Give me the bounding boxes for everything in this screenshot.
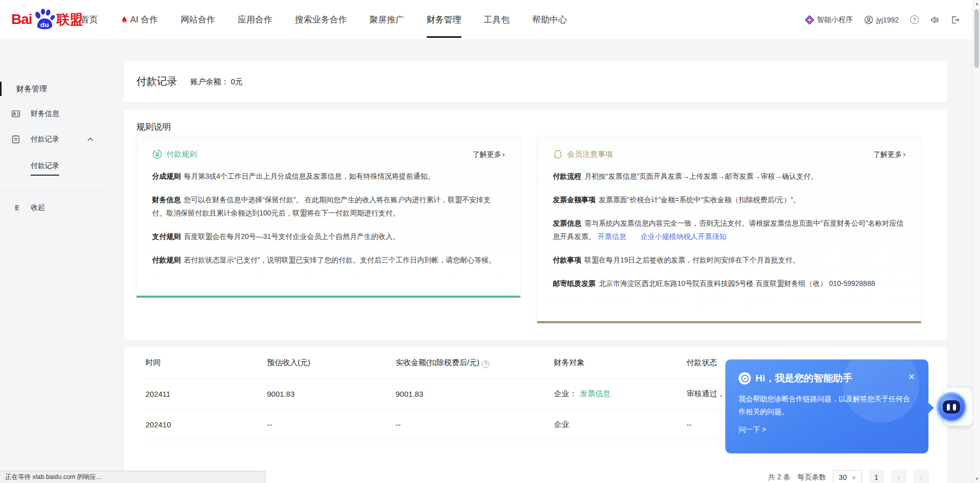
- robot-face-icon: [943, 400, 960, 414]
- cell-time: 202410: [145, 420, 267, 429]
- sidebar-title: 财务管理: [16, 84, 47, 94]
- nav-home[interactable]: 首页: [81, 11, 98, 29]
- balance-value: 0元: [231, 77, 242, 86]
- finance-object-label: 企业：: [554, 389, 577, 398]
- rule-text: 联盟在每月19日之后签收的发票，付款时间安排在下个月首批支付。: [584, 256, 800, 264]
- chevron-right-icon: ›: [502, 150, 505, 158]
- main-nav: 首页 AI 合作 网站合作 应用合作 搜索业务合作 聚屏推广 财务管理 工具包 …: [81, 0, 567, 39]
- smart-miniprogram-link[interactable]: 智能小程序: [805, 15, 853, 25]
- cell-actual: --: [396, 420, 554, 429]
- rules-card: 规则说明 付款规则 了解更多› 分成规则每月第3或4个工作日产出上月分成信息及发…: [124, 110, 947, 340]
- chevron-right-icon: ›: [903, 150, 905, 158]
- nav-toolkit[interactable]: 工具包: [484, 11, 510, 29]
- baidu-union-logo[interactable]: Bai du 联盟: [11, 8, 83, 30]
- rule-item: 分成规则每月第3或4个工作日产出上月分成信息及发票信息，如有特殊情况将提前通知。: [152, 170, 505, 183]
- next-page-button[interactable]: ›: [914, 470, 929, 483]
- scrollbar-thumb[interactable]: [974, 9, 979, 68]
- rule-term: 财务信息: [152, 196, 181, 204]
- nav-app-cooperation[interactable]: 应用合作: [238, 11, 273, 29]
- payment-rules-more-link[interactable]: 了解更多›: [473, 150, 505, 159]
- rule-term: 发票金额事项: [553, 196, 596, 204]
- sidebar-payment-records-label: 付款记录: [31, 135, 59, 144]
- actual-amount-help-icon[interactable]: ?: [482, 360, 489, 368]
- nav-ai-label: AI 合作: [130, 14, 158, 26]
- sidebar-finance-info-label: 财务信息: [31, 109, 59, 118]
- help-icon[interactable]: ?: [910, 15, 919, 24]
- rule-text: 月初按“发票信息”页面开具发票→上传发票→邮寄发票→审核→确认支付。: [584, 172, 818, 180]
- page-number-button[interactable]: 1: [869, 470, 884, 483]
- rule-term: 邮寄纸质发票: [553, 279, 596, 287]
- username-label: jyj1992: [876, 16, 899, 24]
- sound-icon[interactable]: [930, 15, 939, 25]
- sidebar-active-indicator: [0, 82, 2, 96]
- logout-icon[interactable]: [950, 15, 960, 25]
- yen-circle-icon: [152, 149, 162, 159]
- logo-text-bai: Bai: [11, 9, 32, 30]
- prev-page-button[interactable]: ‹: [891, 470, 906, 483]
- invoice-info-table-link[interactable]: 发票信息: [580, 389, 610, 398]
- rule-term: 付款事项: [553, 256, 581, 264]
- flame-icon: [120, 15, 128, 25]
- member-notes-box: 会员注意事项 了解更多› 付款流程月初按“发票信息”页面开具发票→上传发票→邮寄…: [537, 136, 921, 323]
- user-account[interactable]: jyj1992: [864, 15, 899, 25]
- scrollbar-down-arrow[interactable]: ▼: [973, 476, 980, 481]
- assistant-robot-avatar[interactable]: [937, 392, 966, 422]
- svg-text:du: du: [40, 21, 49, 29]
- robot-eye: [947, 404, 950, 410]
- rules-section-title: 规则说明: [136, 121, 171, 133]
- rule-text: 若付款状态显示“已支付”，说明联盟已安排了您的付款。支付后三个工作日内到帐，请您…: [184, 256, 496, 264]
- rule-text: 北京市海淀区西北旺东路10号院百度科技园5号楼 百度联盟财务组（收） 010-5…: [599, 279, 875, 287]
- bell-icon: [553, 149, 563, 159]
- nav-screen-promotion[interactable]: 聚屏推广: [370, 11, 404, 29]
- logo-text-union: 联盟: [57, 9, 83, 30]
- nav-ai-cooperation[interactable]: AI 合作: [120, 11, 158, 29]
- nav-search-cooperation[interactable]: 搜索业务合作: [295, 11, 347, 29]
- payment-rules-more-label: 了解更多: [473, 150, 501, 158]
- cell-finance-object: 企业: [554, 420, 687, 429]
- rule-text: 每月第3或4个工作日产出上月分成信息及发票信息，如有特殊情况将提前通知。: [184, 172, 435, 180]
- member-notes-title-row: 会员注意事项: [553, 149, 613, 159]
- rule-term: 支付规则: [152, 232, 181, 240]
- rule-item: 发票信息需与系统内发票信息内容完全一致，否则无法支付。请根据发票信息页面中“百度…: [553, 216, 905, 243]
- chevron-down-icon: ∨: [852, 474, 856, 481]
- sidebar-collapse-button[interactable]: 收起: [0, 199, 113, 217]
- sidebar-item-finance-info[interactable]: 财务信息: [0, 105, 113, 123]
- payment-rules-title: 付款规则: [166, 150, 197, 159]
- screen: Bai du 联盟 首页 AI 合作 网站合作 应用合作 搜索: [0, 0, 980, 483]
- rule-item: 邮寄纸质发票北京市海淀区西北旺东路10号院百度科技园5号楼 百度联盟财务组（收）…: [553, 277, 905, 290]
- nav-help-center[interactable]: 帮助中心: [532, 11, 567, 29]
- payment-records-icon: [11, 135, 20, 144]
- compass-icon: [739, 372, 751, 384]
- balance-label: 账户余额：: [190, 77, 229, 86]
- per-page-select[interactable]: 30∨: [833, 470, 862, 483]
- payment-rules-box: 付款规则 了解更多› 分成规则每月第3或4个工作日产出上月分成信息及发票信息，如…: [136, 136, 521, 298]
- rule-term: 付款流程: [553, 172, 581, 180]
- page-header-card: 付款记录 账户余额： 0元: [124, 61, 947, 102]
- col-header-time: 时间: [145, 358, 267, 368]
- collapse-icon: [11, 203, 20, 212]
- sidebar-collapse-label: 收起: [31, 203, 45, 212]
- sidebar-divider: [0, 190, 109, 191]
- member-notes-header: 会员注意事项 了解更多›: [553, 149, 905, 159]
- cell-estimated: --: [267, 420, 396, 429]
- member-notes-more-link[interactable]: 了解更多›: [873, 150, 905, 159]
- sidebar: 财务管理 财务信息 付款记录 付款记录: [0, 39, 113, 483]
- small-taxpayer-notice-link[interactable]: 企业小规模纳税人开票须知: [641, 232, 726, 240]
- invoice-info-link[interactable]: 开票信息: [598, 232, 626, 240]
- rule-text: 百度联盟会在每月20号—31号支付企业会员上个自然月产生的收入。: [184, 232, 400, 240]
- nav-website-cooperation[interactable]: 网站合作: [181, 11, 215, 29]
- top-bar: Bai du 联盟 首页 AI 合作 网站合作 应用合作 搜索: [0, 0, 980, 39]
- smart-miniprogram-icon: [805, 15, 814, 25]
- sidebar-subitem-payment-records[interactable]: 付款记录: [31, 161, 59, 176]
- assistant-header: Hi，我是您的智能助手 ✕: [739, 372, 915, 385]
- browser-scrollbar[interactable]: ▲ ▼: [973, 0, 980, 483]
- per-page-label: 每页条数: [797, 473, 826, 482]
- assistant-ask-link[interactable]: 问一下 >: [739, 425, 915, 434]
- rule-term: 分成规则: [152, 172, 181, 180]
- browser-status-bar: 正在等待 xlab.baidu.com 的响应...: [0, 471, 265, 483]
- close-icon[interactable]: ✕: [908, 373, 915, 381]
- chevron-up-icon[interactable]: [87, 136, 94, 143]
- scrollbar-up-arrow[interactable]: ▲: [973, 1, 980, 6]
- nav-finance-management[interactable]: 财务管理: [427, 11, 461, 29]
- sidebar-item-payment-records[interactable]: 付款记录: [0, 130, 113, 149]
